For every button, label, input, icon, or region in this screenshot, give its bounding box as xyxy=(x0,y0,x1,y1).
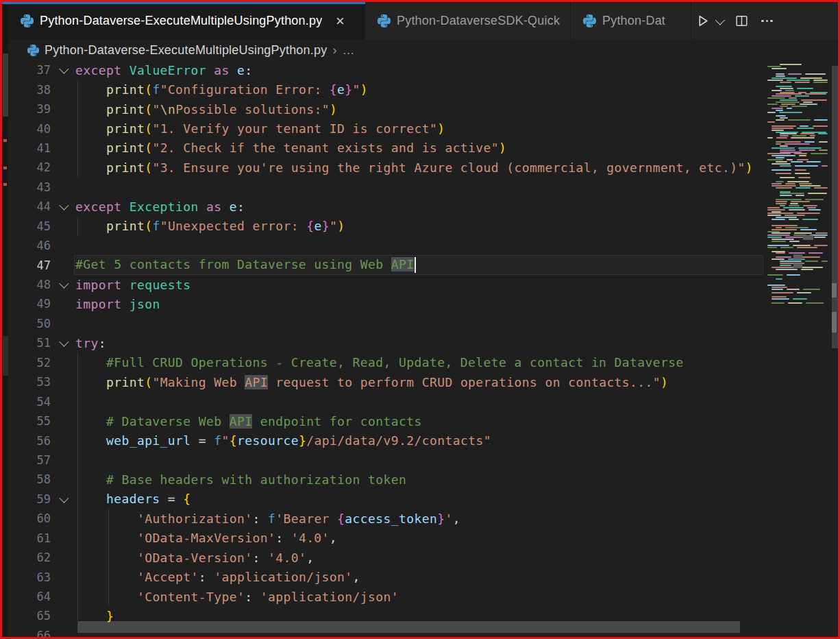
code-line-47[interactable]: 47#Get 5 contacts from Dataverse using W… xyxy=(8,255,763,274)
tab-bar: Python-Dataverse-ExecuteMultipleUsingPyt… xyxy=(8,2,838,40)
code-line-55[interactable]: 55 # Dataverse Web API endpoint for cont… xyxy=(8,411,763,431)
fold-chevron-icon[interactable] xyxy=(59,201,69,210)
line-number[interactable]: 63 xyxy=(8,570,51,584)
code-text: print("1. Verify your tenant ID is corre… xyxy=(75,121,763,136)
line-number[interactable]: 48 xyxy=(8,278,51,291)
code-text: print("2. Check if the tenant exists and… xyxy=(75,141,763,155)
breadcrumb-filename[interactable]: Python-Dataverse-ExecuteMultipleUsingPyt… xyxy=(45,43,327,58)
code-line-60[interactable]: 60 'Authorization': f'Bearer {access_tok… xyxy=(8,509,763,528)
line-number[interactable]: 65 xyxy=(8,609,51,623)
fold-column xyxy=(51,281,75,288)
line-number[interactable]: 51 xyxy=(8,336,51,350)
line-number[interactable]: 60 xyxy=(8,511,51,525)
fold-chevron-icon[interactable] xyxy=(59,337,69,347)
left-scrollbar-thumb[interactable] xyxy=(3,53,8,117)
editor-tab-2[interactable]: Python-Dat xyxy=(571,2,691,40)
code-text: import json xyxy=(75,297,763,311)
line-number[interactable]: 53 xyxy=(8,375,51,389)
line-number[interactable]: 39 xyxy=(8,102,51,116)
editor-tab-0[interactable]: Python-Dataverse-ExecuteMultipleUsingPyt… xyxy=(8,2,365,40)
code-text: 'Accept': 'application/json', xyxy=(75,570,763,584)
line-number[interactable]: 59 xyxy=(8,492,51,506)
indent-guide xyxy=(77,450,78,470)
text-cursor xyxy=(415,257,416,273)
overview-ruler-mark xyxy=(3,167,7,169)
word-highlight: API xyxy=(391,257,415,272)
line-number[interactable]: 45 xyxy=(8,219,51,233)
line-number[interactable]: 62 xyxy=(8,551,51,564)
fold-chevron-icon[interactable] xyxy=(59,493,69,503)
code-text: #Full CRUD Operations - Create, Read, Up… xyxy=(75,355,763,370)
code-line-44[interactable]: 44except Exception as e: xyxy=(8,197,763,216)
minimap[interactable] xyxy=(766,60,831,444)
breadcrumb[interactable]: Python-Dataverse-ExecuteMultipleUsingPyt… xyxy=(8,40,838,60)
code-line-61[interactable]: 61 'OData-MaxVersion': '4.0', xyxy=(8,529,763,548)
code-line-51[interactable]: 51try: xyxy=(8,333,763,352)
code-text: } xyxy=(75,609,763,623)
code-editor[interactable]: 37except ValueError as e:38 print(f"Conf… xyxy=(8,60,838,637)
code-line-59[interactable]: 59 headers = { xyxy=(8,490,763,509)
breadcrumb-more[interactable]: … xyxy=(342,43,356,58)
line-number[interactable]: 47 xyxy=(8,258,51,272)
breadcrumb-separator-icon: › xyxy=(332,43,336,58)
line-number[interactable]: 64 xyxy=(8,590,51,603)
line-number[interactable]: 50 xyxy=(8,317,51,330)
line-number[interactable]: 56 xyxy=(8,434,51,448)
split-editor-button[interactable] xyxy=(734,12,749,30)
line-number[interactable]: 38 xyxy=(8,83,51,97)
code-text: 'Authorization': f'Bearer {access_token}… xyxy=(75,511,763,526)
code-text: except ValueError as e: xyxy=(75,63,763,77)
code-line-42[interactable]: 42 print("3. Ensure you're using the rig… xyxy=(8,158,763,177)
code-line-38[interactable]: 38 print(f"Configuration Error: {e}") xyxy=(8,80,763,99)
tab-label: Python-Dat xyxy=(602,14,665,28)
line-number[interactable]: 57 xyxy=(8,453,51,467)
tab-close-icon[interactable]: × xyxy=(333,15,347,27)
code-line-46[interactable]: 46 xyxy=(8,236,763,255)
code-line-57[interactable]: 57 xyxy=(8,450,763,470)
code-line-56[interactable]: 56 web_api_url = f"{resource}/api/data/v… xyxy=(8,431,763,450)
run-dropdown-chevron[interactable] xyxy=(717,12,724,30)
code-line-53[interactable]: 53 print("Making Web API request to perf… xyxy=(8,372,763,391)
code-line-65[interactable]: 65 } xyxy=(8,606,763,625)
line-number[interactable]: 44 xyxy=(8,200,51,213)
line-number[interactable]: 58 xyxy=(8,472,51,486)
code-line-52[interactable]: 52 #Full CRUD Operations - Create, Read,… xyxy=(8,353,763,372)
code-line-63[interactable]: 63 'Accept': 'application/json', xyxy=(8,567,763,586)
more-actions-button[interactable] xyxy=(761,12,773,30)
line-number[interactable]: 49 xyxy=(8,297,51,311)
editor-tab-1[interactable]: Python-DataverseSDK-QuickStart.py xyxy=(365,2,571,40)
code-line-48[interactable]: 48import requests xyxy=(8,275,763,294)
code-line-37[interactable]: 37except ValueError as e: xyxy=(8,60,763,80)
code-line-49[interactable]: 49import json xyxy=(8,294,763,313)
line-number[interactable]: 42 xyxy=(8,160,51,174)
run-python-file-button[interactable] xyxy=(695,12,710,30)
fold-chevron-icon[interactable] xyxy=(59,64,69,74)
vertical-scrollbar[interactable] xyxy=(832,60,838,637)
code-line-45[interactable]: 45 print(f"Unexpected error: {e}") xyxy=(8,217,763,236)
active-tab-top-border xyxy=(2,2,365,4)
code-line-40[interactable]: 40 print("1. Verify your tenant ID is co… xyxy=(8,119,763,138)
code-line-50[interactable]: 50 xyxy=(8,314,763,333)
code-line-41[interactable]: 41 print("2. Check if the tenant exists … xyxy=(8,138,763,158)
line-number[interactable]: 52 xyxy=(8,356,51,370)
code-line-64[interactable]: 64 'Content-Type': 'application/json' xyxy=(8,587,763,606)
line-number[interactable]: 55 xyxy=(8,414,51,428)
vertical-scrollbar-thumb[interactable] xyxy=(832,66,838,348)
code-text: print("Making Web API request to perform… xyxy=(75,375,763,389)
code-line-54[interactable]: 54 xyxy=(8,391,763,411)
code-line-39[interactable]: 39 print("\nPossible solutions:") xyxy=(8,99,763,119)
line-number[interactable]: 37 xyxy=(8,63,51,77)
line-number[interactable]: 46 xyxy=(8,239,51,252)
line-number[interactable]: 41 xyxy=(8,141,51,155)
code-line-43[interactable]: 43 xyxy=(8,178,763,197)
code-line-62[interactable]: 62 'OData-Version': '4.0', xyxy=(8,548,763,567)
code-lines: 37except ValueError as e:38 print(f"Conf… xyxy=(8,60,763,637)
code-line-58[interactable]: 58 # Base headers with authorization tok… xyxy=(8,470,763,489)
fold-chevron-icon[interactable] xyxy=(59,279,69,289)
line-number[interactable]: 54 xyxy=(8,395,51,409)
line-number[interactable]: 43 xyxy=(8,180,51,194)
line-number[interactable]: 40 xyxy=(8,122,51,136)
line-number[interactable]: 66 xyxy=(8,629,51,637)
editor-actions xyxy=(691,2,773,40)
line-number[interactable]: 61 xyxy=(8,531,51,545)
